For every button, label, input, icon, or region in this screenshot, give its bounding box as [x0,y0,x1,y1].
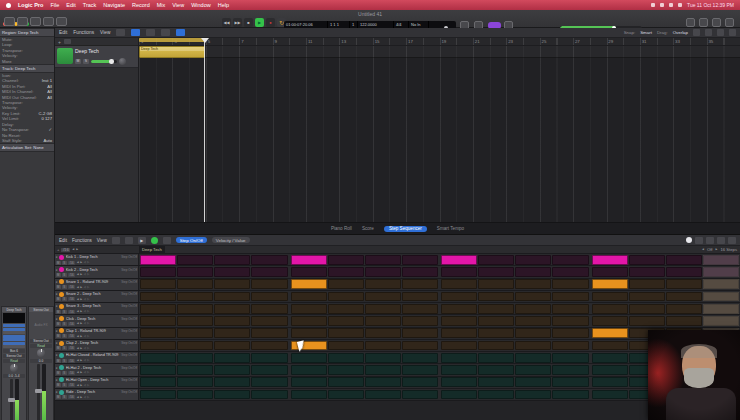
automation-mode[interactable]: Read [3,359,25,364]
row-rotate-left-icon[interactable]: ◀ [77,286,79,289]
row-increment-right-icon[interactable]: ▷ [87,322,89,325]
row-rotate-right-icon[interactable]: ▶ [80,310,82,313]
library-toggle-icon[interactable] [30,17,41,26]
inspector-toggle-icon[interactable] [4,17,15,26]
row-increment-left-icon[interactable]: ◁ [84,286,86,289]
step-record-icon[interactable] [686,237,692,243]
step-cell[interactable] [592,316,628,326]
step-cell[interactable] [328,279,364,289]
editor-menu[interactable]: View [97,238,107,243]
row-increment-left-icon[interactable]: ◁ [84,359,86,362]
wifi-icon[interactable] [660,3,664,7]
row-rotate-right-icon[interactable]: ▶ [80,396,82,399]
row-division[interactable]: /16 [68,346,75,350]
row-solo-button[interactable]: S [62,395,67,399]
step-cell[interactable] [478,292,514,302]
row-rotate-left-icon[interactable]: ◀ [77,347,79,350]
pan-knob[interactable] [10,364,18,372]
apple-icon[interactable] [6,3,11,8]
volume-fader[interactable] [2,378,26,420]
menu-item[interactable]: Navigate [103,2,125,8]
row-rotate-right-icon[interactable]: ▶ [80,335,82,338]
step-cell[interactable] [666,292,702,302]
step-cell[interactable] [402,377,438,387]
step-cell[interactable] [251,316,287,326]
step-cell[interactable] [177,377,213,387]
rotate-right-icon[interactable]: ▶ [76,248,78,251]
send-slot[interactable]: Bus 6 [3,349,25,354]
disclosure-icon[interactable]: ▸ [56,329,58,333]
row-rotate-left-icon[interactable]: ◀ [77,322,79,325]
step-cell[interactable] [629,304,665,314]
step-cell[interactable] [365,267,401,277]
step-cell[interactable] [441,377,477,387]
row-increment-right-icon[interactable]: ▷ [87,310,89,313]
pattern-region[interactable]: Deep Tech [139,46,205,58]
step-cell[interactable] [666,316,702,326]
row-increment-left-icon[interactable]: ◁ [84,347,86,350]
step-cell[interactable] [402,328,438,338]
step-cell[interactable] [515,353,551,363]
step-cell[interactable] [478,316,514,326]
step-cell[interactable] [515,341,551,351]
row-name[interactable]: Hi-Hat Closed - Roland TR-909 [66,353,120,357]
row-mute-button[interactable]: M [56,346,61,350]
row-increment-right-icon[interactable]: ▷ [87,396,89,399]
control-center-icon[interactable] [678,3,682,7]
row-increment-right-icon[interactable]: ▷ [87,359,89,362]
row-mute-button[interactable]: M [56,297,61,301]
menu-item[interactable]: Mix [157,2,166,8]
pattern-settings-gear-icon[interactable] [125,237,133,244]
row-rotate-left-icon[interactable]: ◀ [77,298,79,301]
row-division[interactable]: /16 [68,395,75,399]
step-cell[interactable] [365,255,401,265]
row-solo-button[interactable]: S [62,371,67,375]
step-cell[interactable] [592,390,628,400]
menu-item[interactable]: Track [83,2,97,8]
step-cell[interactable] [515,267,551,277]
articulation-set-header[interactable]: Articulation Set: None [0,143,54,152]
step-cell[interactable] [629,279,665,289]
step-cell[interactable] [214,304,250,314]
step-cell[interactable] [291,353,327,363]
eq-thumbnail[interactable] [3,313,25,323]
step-cell[interactable] [177,279,213,289]
step-cell[interactable] [552,255,588,265]
pointer-tool-icon[interactable] [116,29,125,36]
smart-controls-icon[interactable] [43,17,54,26]
row-name[interactable]: Snare 3 - Deep Tech [66,304,120,308]
row-rotate-left-icon[interactable]: ◀ [77,273,79,276]
row-header[interactable]: ▸Ride - Deep TechStep On/OffMS/16◀▶◁▷ [55,389,139,400]
row-rotate-left-icon[interactable]: ◀ [77,396,79,399]
step-cell[interactable] [291,255,327,265]
step-cell[interactable] [402,279,438,289]
row-rotate-right-icon[interactable]: ▶ [80,371,82,374]
edit-mode-step-onoff[interactable]: Step On/Off [176,237,207,243]
row-header[interactable]: ▸Kick 1 - Deep TechStep On/OffMS/16◀▶◁▷ [55,254,139,265]
row-solo-button[interactable]: S [62,334,67,338]
step-cell[interactable] [291,292,327,302]
row-solo-button[interactable]: S [62,383,67,387]
row-increment-right-icon[interactable]: ▷ [87,347,89,350]
output-slot[interactable]: Stereo Out [30,339,52,344]
step-cell[interactable] [140,341,176,351]
step-cell[interactable] [515,377,551,387]
step-cell[interactable] [666,267,702,277]
row-header[interactable]: ▸Snare 2 - Deep TechStep On/OffMS/16◀▶◁▷ [55,291,139,302]
pattern-length[interactable]: 16 Steps [720,247,737,252]
step-cell[interactable] [140,255,176,265]
step-cell[interactable] [365,390,401,400]
row-increment-right-icon[interactable]: ▷ [87,298,89,301]
step-cell[interactable] [214,267,250,277]
row-name[interactable]: Snare 2 - Deep Tech [66,292,120,296]
step-cell[interactable] [291,365,327,375]
step-cell[interactable] [441,365,477,375]
row-name[interactable]: Clap 2 - Deep Tech [66,341,120,345]
row-division[interactable]: /16 [68,273,75,277]
step-cell[interactable] [291,316,327,326]
row-solo-button[interactable]: S [62,273,67,277]
row-increment-left-icon[interactable]: ◁ [84,261,86,264]
step-cell[interactable] [251,341,287,351]
step-cell[interactable] [140,292,176,302]
row-rotate-left-icon[interactable]: ◀ [77,310,79,313]
